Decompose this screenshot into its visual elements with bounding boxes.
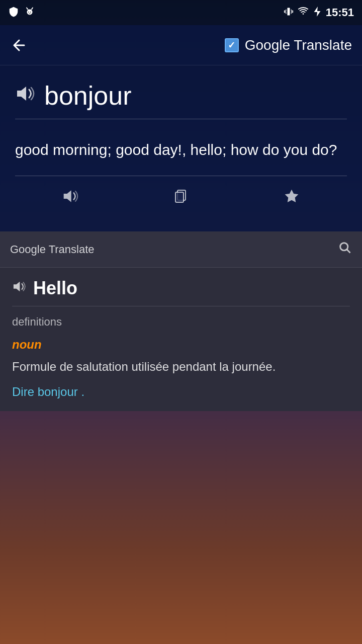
definition-text: Formule de salutation utilisée pendant l… xyxy=(12,358,350,376)
copy-icon[interactable] xyxy=(166,181,196,211)
translation-section: good morning; good day!, hello; how do y… xyxy=(0,124,362,231)
svg-marker-9 xyxy=(285,190,299,202)
noun-label: noun xyxy=(12,338,350,352)
search-icon[interactable] xyxy=(338,240,352,258)
status-time: 15:51 xyxy=(326,6,354,19)
source-section: bonjour xyxy=(0,65,362,124)
source-word: bonjour xyxy=(44,80,131,111)
dict-divider xyxy=(12,306,350,306)
top-bar-right: Google Translate xyxy=(225,37,352,53)
status-bar: 15:51 xyxy=(0,0,362,25)
status-bar-right: 15:51 xyxy=(284,6,354,20)
svg-line-11 xyxy=(347,250,350,253)
source-divider xyxy=(15,119,347,119)
google-translate-checkbox[interactable] xyxy=(225,38,239,52)
top-bar: Google Translate xyxy=(0,25,362,65)
svg-marker-5 xyxy=(17,87,26,101)
definitions-label: definitions xyxy=(12,315,350,329)
top-bar-title: Google Translate xyxy=(245,37,352,53)
example-text: Dire bonjour . xyxy=(12,383,350,401)
dictionary-card: Google Translate Hello definitions noun … xyxy=(0,231,362,411)
star-icon[interactable] xyxy=(277,181,307,211)
dictionary-content: Hello definitions noun Formule de saluta… xyxy=(0,268,362,411)
dict-speaker-icon[interactable] xyxy=(12,280,26,296)
bolt-icon xyxy=(313,6,322,20)
status-bar-left xyxy=(8,6,35,20)
back-button[interactable] xyxy=(10,36,28,54)
svg-point-2 xyxy=(30,12,31,13)
svg-point-1 xyxy=(28,12,29,13)
translated-text: good morning; good day!, hello; how do y… xyxy=(15,139,347,160)
svg-rect-8 xyxy=(175,192,184,202)
svg-marker-12 xyxy=(14,282,20,291)
translation-speaker-icon[interactable] xyxy=(55,181,85,211)
wifi-icon xyxy=(298,7,309,19)
svg-rect-3 xyxy=(287,8,290,15)
dict-word-row: Hello xyxy=(12,278,350,299)
action-icons-row xyxy=(15,176,347,221)
dictionary-title: Google Translate xyxy=(10,243,95,256)
vibrate-icon xyxy=(284,6,294,20)
svg-marker-6 xyxy=(64,190,71,202)
svg-point-10 xyxy=(340,243,348,251)
shield-icon xyxy=(8,6,19,20)
source-speaker-icon[interactable] xyxy=(15,85,35,107)
svg-marker-4 xyxy=(314,6,320,16)
dictionary-header: Google Translate xyxy=(0,231,362,268)
source-word-row: bonjour xyxy=(15,80,347,111)
dict-word: Hello xyxy=(33,278,77,299)
cat-icon xyxy=(24,6,35,20)
